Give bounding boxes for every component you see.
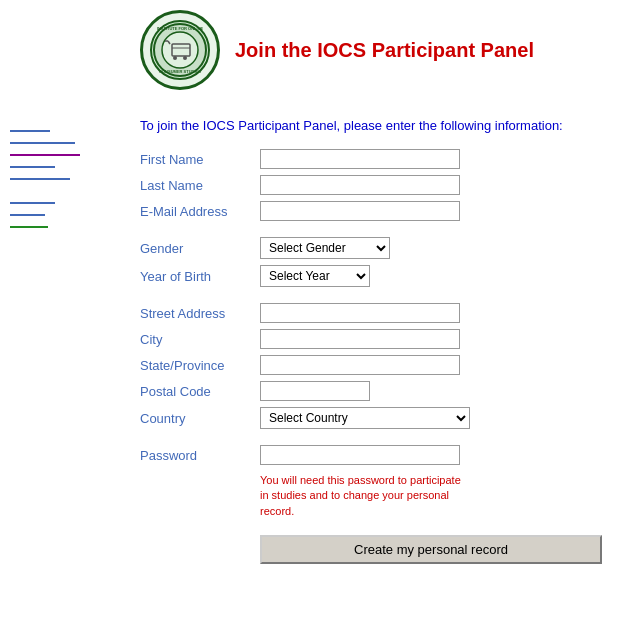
city-label: City (140, 332, 260, 347)
street-address-label: Street Address (140, 306, 260, 321)
svg-text:CONSUMER STUDIES: CONSUMER STUDIES (159, 69, 201, 74)
last-name-row: Last Name (140, 175, 602, 195)
street-address-row: Street Address (140, 303, 602, 323)
postal-code-row: Postal Code (140, 381, 602, 401)
gender-label: Gender (140, 241, 260, 256)
sidebar-link-5[interactable] (10, 178, 70, 180)
gender-select[interactable]: Select Gender Male Female Other (260, 237, 390, 259)
intro-text: To join the IOCS Participant Panel, plea… (140, 118, 602, 133)
password-input[interactable] (260, 445, 460, 465)
sidebar-link-3[interactable] (10, 154, 80, 156)
logo: INSTITUTE FOR ONLINE CONSUMER STUDIES (140, 10, 220, 90)
country-label: Country (140, 411, 260, 426)
page-header: INSTITUTE FOR ONLINE CONSUMER STUDIES Jo… (140, 0, 622, 100)
email-label: E-Mail Address (140, 204, 260, 219)
sidebar (0, 0, 140, 630)
gender-row: Gender Select Gender Male Female Other (140, 237, 602, 259)
last-name-label: Last Name (140, 178, 260, 193)
street-address-input[interactable] (260, 303, 460, 323)
sidebar-link-1[interactable] (10, 130, 50, 132)
sidebar-link-2[interactable] (10, 142, 75, 144)
registration-form: First Name Last Name E-Mail Address Gend… (140, 149, 602, 564)
country-row: Country Select Country United States Can… (140, 407, 602, 429)
city-row: City (140, 329, 602, 349)
svg-point-1 (162, 32, 198, 68)
sidebar-link-7[interactable] (10, 214, 45, 216)
first-name-input[interactable] (260, 149, 460, 169)
sidebar-link-8[interactable] (10, 226, 48, 228)
state-label: State/Province (140, 358, 260, 373)
logo-inner: INSTITUTE FOR ONLINE CONSUMER STUDIES (150, 20, 210, 80)
postal-code-input[interactable] (260, 381, 370, 401)
state-row: State/Province (140, 355, 602, 375)
password-label: Password (140, 448, 260, 463)
state-input[interactable] (260, 355, 460, 375)
city-input[interactable] (260, 329, 460, 349)
first-name-label: First Name (140, 152, 260, 167)
submit-button[interactable]: Create my personal record (260, 535, 602, 564)
svg-text:INSTITUTE FOR ONLINE: INSTITUTE FOR ONLINE (157, 26, 204, 31)
first-name-row: First Name (140, 149, 602, 169)
year-of-birth-label: Year of Birth (140, 269, 260, 284)
year-select[interactable]: Select Year 2005200420032002 20012000199… (260, 265, 370, 287)
svg-point-4 (173, 56, 177, 60)
main-content: To join the IOCS Participant Panel, plea… (140, 100, 622, 630)
sidebar-link-4[interactable] (10, 166, 55, 168)
password-row: Password (140, 445, 602, 465)
email-input[interactable] (260, 201, 460, 221)
page-title: Join the IOCS Participant Panel (235, 39, 534, 62)
sidebar-link-6[interactable] (10, 202, 55, 204)
last-name-input[interactable] (260, 175, 460, 195)
svg-point-5 (183, 56, 187, 60)
country-select[interactable]: Select Country United States Canada Unit… (260, 407, 470, 429)
postal-code-label: Postal Code (140, 384, 260, 399)
password-hint: You will need this password to participa… (260, 473, 470, 519)
year-of-birth-row: Year of Birth Select Year 20052004200320… (140, 265, 602, 287)
email-row: E-Mail Address (140, 201, 602, 221)
